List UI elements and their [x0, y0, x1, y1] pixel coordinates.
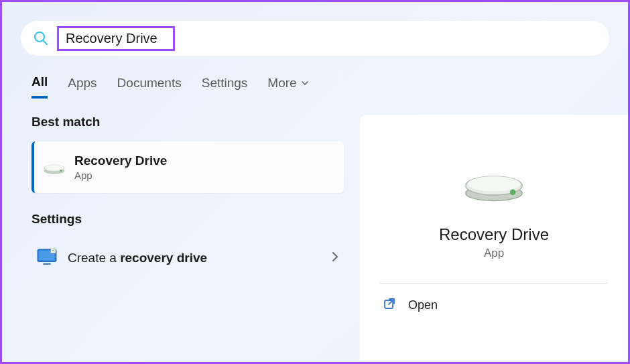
open-external-icon — [383, 297, 396, 313]
svg-rect-9 — [43, 263, 50, 265]
detail-title: Recovery Drive — [439, 225, 549, 244]
tab-settings[interactable]: Settings — [202, 74, 248, 99]
search-icon — [33, 30, 49, 46]
results-list: Best match Recovery Drive App Settings — [2, 115, 360, 361]
svg-point-13 — [510, 190, 515, 195]
best-match-header: Best match — [32, 115, 344, 129]
drive-icon — [464, 135, 524, 208]
tab-documents[interactable]: Documents — [117, 74, 182, 99]
tab-more[interactable]: More — [267, 74, 308, 99]
results-area: Best match Recovery Drive App Settings — [2, 115, 628, 361]
settings-row-content: Create a recovery drive — [37, 248, 207, 268]
svg-point-12 — [468, 176, 521, 192]
chevron-down-icon — [301, 76, 309, 90]
tab-more-label: More — [267, 76, 296, 90]
tab-all[interactable]: All — [32, 74, 48, 99]
svg-point-5 — [60, 170, 62, 172]
svg-point-4 — [45, 165, 64, 170]
settings-header: Settings — [32, 212, 344, 227]
open-action[interactable]: Open — [380, 284, 608, 326]
details-panel: Recovery Drive App Open — [360, 115, 628, 361]
best-match-result[interactable]: Recovery Drive App — [32, 141, 344, 193]
svg-line-1 — [44, 41, 48, 45]
result-title: Recovery Drive — [74, 154, 167, 168]
detail-subtitle: App — [484, 247, 504, 260]
chevron-right-icon — [332, 251, 338, 265]
filter-tabs: All Apps Documents Settings More — [32, 74, 598, 99]
search-input[interactable] — [66, 31, 166, 46]
search-bar[interactable] — [21, 21, 609, 56]
settings-result-create-recovery-drive[interactable]: Create a recovery drive — [32, 239, 344, 278]
tab-apps[interactable]: Apps — [68, 74, 97, 99]
settings-result-label: Create a recovery drive — [68, 251, 207, 265]
monitor-icon — [37, 248, 57, 268]
search-input-highlight — [57, 26, 175, 51]
drive-icon — [44, 157, 65, 178]
open-label: Open — [408, 298, 438, 312]
result-text: Recovery Drive App — [74, 154, 167, 181]
result-subtitle: App — [74, 170, 167, 181]
